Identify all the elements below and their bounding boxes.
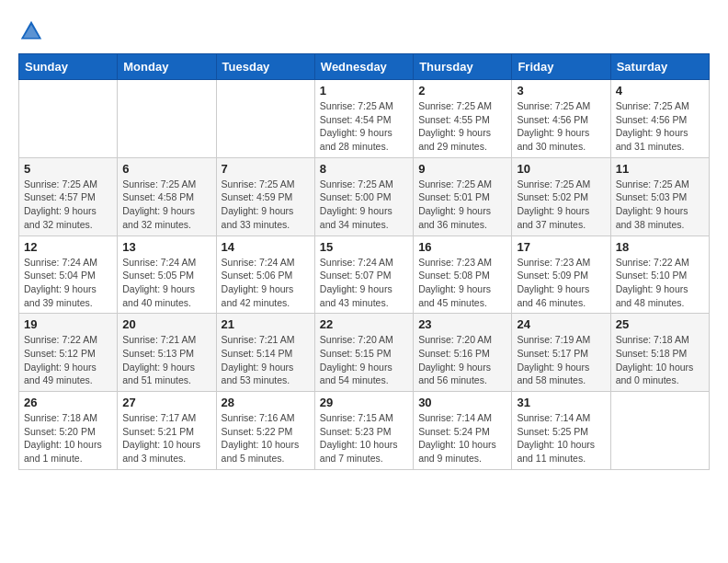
day-number: 12 [24, 240, 112, 254]
day-cell: 14Sunrise: 7:24 AM Sunset: 5:06 PM Dayli… [216, 236, 314, 314]
day-cell: 15Sunrise: 7:24 AM Sunset: 5:07 PM Dayli… [314, 236, 413, 314]
day-number: 15 [320, 240, 408, 254]
day-info: Sunrise: 7:25 AM Sunset: 5:01 PM Dayligh… [418, 178, 506, 232]
weekday-sunday: Sunday [19, 54, 118, 80]
day-number: 23 [418, 317, 506, 331]
day-cell: 3Sunrise: 7:25 AM Sunset: 4:56 PM Daylig… [512, 80, 610, 158]
day-info: Sunrise: 7:21 AM Sunset: 5:13 PM Dayligh… [122, 333, 210, 387]
week-row-4: 19Sunrise: 7:22 AM Sunset: 5:12 PM Dayli… [19, 314, 710, 392]
day-info: Sunrise: 7:21 AM Sunset: 5:14 PM Dayligh… [222, 333, 310, 387]
day-info: Sunrise: 7:25 AM Sunset: 4:59 PM Dayligh… [222, 178, 310, 232]
day-info: Sunrise: 7:25 AM Sunset: 4:55 PM Dayligh… [418, 99, 506, 154]
day-cell: 11Sunrise: 7:25 AM Sunset: 5:03 PM Dayli… [610, 157, 709, 236]
day-info: Sunrise: 7:18 AM Sunset: 5:20 PM Dayligh… [24, 411, 112, 465]
weekday-header-row: SundayMondayTuesdayWednesdayThursdayFrid… [19, 54, 710, 80]
day-number: 25 [616, 317, 704, 331]
day-info: Sunrise: 7:17 AM Sunset: 5:21 PM Dayligh… [122, 411, 210, 465]
day-info: Sunrise: 7:22 AM Sunset: 5:12 PM Dayligh… [24, 333, 112, 387]
day-cell: 5Sunrise: 7:25 AM Sunset: 4:57 PM Daylig… [19, 157, 118, 236]
day-cell: 29Sunrise: 7:15 AM Sunset: 5:23 PM Dayli… [314, 392, 413, 470]
day-info: Sunrise: 7:25 AM Sunset: 4:54 PM Dayligh… [320, 99, 408, 154]
day-info: Sunrise: 7:23 AM Sunset: 5:09 PM Dayligh… [517, 256, 605, 310]
day-info: Sunrise: 7:24 AM Sunset: 5:07 PM Dayligh… [320, 256, 408, 310]
day-number: 1 [320, 84, 408, 98]
day-cell [610, 392, 709, 470]
day-number: 5 [24, 162, 112, 176]
day-info: Sunrise: 7:23 AM Sunset: 5:08 PM Dayligh… [418, 256, 506, 310]
week-row-5: 26Sunrise: 7:18 AM Sunset: 5:20 PM Dayli… [19, 392, 710, 470]
day-cell: 25Sunrise: 7:18 AM Sunset: 5:18 PM Dayli… [610, 314, 709, 392]
day-cell: 31Sunrise: 7:14 AM Sunset: 5:25 PM Dayli… [512, 392, 610, 470]
day-cell: 30Sunrise: 7:14 AM Sunset: 5:24 PM Dayli… [414, 392, 512, 470]
day-cell: 26Sunrise: 7:18 AM Sunset: 5:20 PM Dayli… [19, 392, 118, 470]
day-number: 20 [122, 317, 210, 331]
day-cell: 9Sunrise: 7:25 AM Sunset: 5:01 PM Daylig… [414, 157, 512, 236]
header [18, 18, 710, 44]
day-info: Sunrise: 7:25 AM Sunset: 4:58 PM Dayligh… [122, 178, 210, 232]
day-info: Sunrise: 7:25 AM Sunset: 5:00 PM Dayligh… [320, 178, 408, 232]
day-info: Sunrise: 7:18 AM Sunset: 5:18 PM Dayligh… [616, 333, 704, 387]
day-info: Sunrise: 7:14 AM Sunset: 5:24 PM Dayligh… [418, 411, 506, 465]
day-cell: 13Sunrise: 7:24 AM Sunset: 5:05 PM Dayli… [118, 236, 216, 314]
day-cell: 28Sunrise: 7:16 AM Sunset: 5:22 PM Dayli… [216, 392, 314, 470]
logo [18, 18, 48, 44]
day-info: Sunrise: 7:25 AM Sunset: 5:02 PM Dayligh… [517, 178, 605, 232]
day-number: 14 [222, 240, 310, 254]
weekday-monday: Monday [118, 54, 216, 80]
logo-icon [18, 18, 44, 44]
day-info: Sunrise: 7:25 AM Sunset: 4:56 PM Dayligh… [616, 99, 704, 154]
day-cell: 1Sunrise: 7:25 AM Sunset: 4:54 PM Daylig… [314, 80, 413, 158]
day-cell: 21Sunrise: 7:21 AM Sunset: 5:14 PM Dayli… [216, 314, 314, 392]
day-number: 9 [418, 162, 506, 176]
day-info: Sunrise: 7:25 AM Sunset: 4:56 PM Dayligh… [517, 99, 605, 154]
weekday-tuesday: Tuesday [216, 54, 314, 80]
day-number: 31 [517, 396, 605, 409]
day-number: 2 [418, 84, 506, 98]
day-info: Sunrise: 7:20 AM Sunset: 5:16 PM Dayligh… [418, 333, 506, 387]
day-number: 19 [24, 317, 112, 331]
day-number: 13 [122, 240, 210, 254]
day-cell: 8Sunrise: 7:25 AM Sunset: 5:00 PM Daylig… [314, 157, 413, 236]
calendar-table: SundayMondayTuesdayWednesdayThursdayFrid… [18, 53, 710, 470]
page: SundayMondayTuesdayWednesdayThursdayFrid… [0, 0, 728, 479]
day-number: 26 [24, 396, 112, 409]
day-number: 8 [320, 162, 408, 176]
day-number: 27 [122, 396, 210, 409]
day-info: Sunrise: 7:20 AM Sunset: 5:15 PM Dayligh… [320, 333, 408, 387]
day-number: 10 [517, 162, 605, 176]
day-cell: 22Sunrise: 7:20 AM Sunset: 5:15 PM Dayli… [314, 314, 413, 392]
day-cell: 18Sunrise: 7:22 AM Sunset: 5:10 PM Dayli… [610, 236, 709, 314]
day-number: 7 [222, 162, 310, 176]
day-cell: 17Sunrise: 7:23 AM Sunset: 5:09 PM Dayli… [512, 236, 610, 314]
day-cell [118, 80, 216, 158]
week-row-1: 1Sunrise: 7:25 AM Sunset: 4:54 PM Daylig… [19, 80, 710, 158]
day-cell: 2Sunrise: 7:25 AM Sunset: 4:55 PM Daylig… [414, 80, 512, 158]
day-info: Sunrise: 7:25 AM Sunset: 5:03 PM Dayligh… [616, 178, 704, 232]
day-cell: 12Sunrise: 7:24 AM Sunset: 5:04 PM Dayli… [19, 236, 118, 314]
weekday-saturday: Saturday [610, 54, 709, 80]
week-row-2: 5Sunrise: 7:25 AM Sunset: 4:57 PM Daylig… [19, 157, 710, 236]
day-cell [216, 80, 314, 158]
day-number: 18 [616, 240, 704, 254]
day-number: 30 [418, 396, 506, 409]
day-cell: 6Sunrise: 7:25 AM Sunset: 4:58 PM Daylig… [118, 157, 216, 236]
week-row-3: 12Sunrise: 7:24 AM Sunset: 5:04 PM Dayli… [19, 236, 710, 314]
day-cell: 19Sunrise: 7:22 AM Sunset: 5:12 PM Dayli… [19, 314, 118, 392]
day-number: 11 [616, 162, 704, 176]
day-info: Sunrise: 7:14 AM Sunset: 5:25 PM Dayligh… [517, 411, 605, 465]
day-number: 24 [517, 317, 605, 331]
day-info: Sunrise: 7:25 AM Sunset: 4:57 PM Dayligh… [24, 178, 112, 232]
day-info: Sunrise: 7:22 AM Sunset: 5:10 PM Dayligh… [616, 256, 704, 310]
day-cell: 7Sunrise: 7:25 AM Sunset: 4:59 PM Daylig… [216, 157, 314, 236]
day-number: 22 [320, 317, 408, 331]
day-cell: 16Sunrise: 7:23 AM Sunset: 5:08 PM Dayli… [414, 236, 512, 314]
day-cell: 4Sunrise: 7:25 AM Sunset: 4:56 PM Daylig… [610, 80, 709, 158]
day-info: Sunrise: 7:24 AM Sunset: 5:04 PM Dayligh… [24, 256, 112, 310]
day-cell: 24Sunrise: 7:19 AM Sunset: 5:17 PM Dayli… [512, 314, 610, 392]
day-number: 4 [616, 84, 704, 98]
day-cell: 27Sunrise: 7:17 AM Sunset: 5:21 PM Dayli… [118, 392, 216, 470]
day-cell: 10Sunrise: 7:25 AM Sunset: 5:02 PM Dayli… [512, 157, 610, 236]
day-info: Sunrise: 7:24 AM Sunset: 5:05 PM Dayligh… [122, 256, 210, 310]
day-info: Sunrise: 7:24 AM Sunset: 5:06 PM Dayligh… [222, 256, 310, 310]
day-number: 28 [222, 396, 310, 409]
